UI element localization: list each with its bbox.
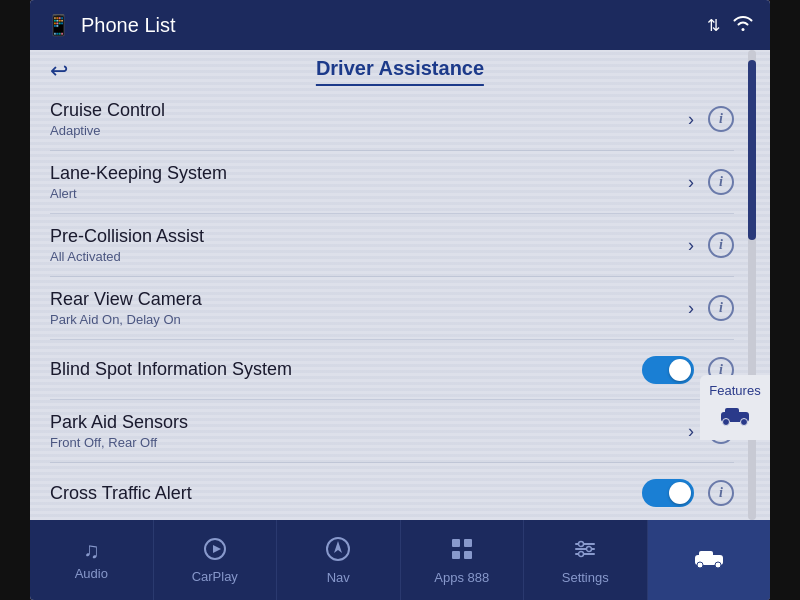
svg-point-17 — [579, 551, 584, 556]
settings-list[interactable]: Cruise ControlAdaptive›iLane-Keeping Sys… — [30, 88, 770, 520]
svg-point-15 — [579, 541, 584, 546]
setting-sublabel-lane-keeping: Alert — [50, 186, 688, 201]
features-nav-icon — [691, 547, 727, 573]
left-bezel — [0, 0, 30, 600]
apps-label: Apps 888 — [434, 570, 489, 585]
setting-sublabel-rear-view-camera: Park Aid On, Delay On — [50, 312, 688, 327]
setting-item-rear-view-camera[interactable]: Rear View CameraPark Aid On, Delay On›i — [50, 277, 734, 340]
nav-icon — [325, 536, 351, 566]
setting-item-cross-traffic[interactable]: Cross Traffic Alerti — [50, 463, 734, 520]
chevron-icon-pre-collision[interactable]: › — [688, 235, 694, 256]
scrollbar-track[interactable] — [748, 50, 756, 520]
features-tab[interactable]: Features — [700, 375, 770, 440]
settings-icon — [572, 536, 598, 566]
svg-point-21 — [715, 562, 721, 568]
audio-label: Audio — [75, 566, 108, 581]
info-button-lane-keeping[interactable]: i — [708, 169, 734, 195]
nav-label: Nav — [327, 570, 350, 585]
svg-rect-11 — [464, 551, 472, 559]
setting-sublabel-park-aid: Front Off, Rear Off — [50, 435, 688, 450]
svg-marker-5 — [213, 545, 221, 553]
svg-rect-8 — [452, 539, 460, 547]
chevron-icon-lane-keeping[interactable]: › — [688, 172, 694, 193]
right-bezel — [770, 0, 800, 600]
toggle-cross-traffic[interactable] — [642, 479, 694, 507]
audio-icon: ♫ — [83, 540, 100, 562]
info-button-cruise-control[interactable]: i — [708, 106, 734, 132]
svg-rect-19 — [699, 551, 713, 558]
info-button-pre-collision[interactable]: i — [708, 232, 734, 258]
setting-item-lane-keeping[interactable]: Lane-Keeping SystemAlert›i — [50, 151, 734, 214]
signal-icon: ⇅ — [707, 16, 720, 35]
nav-item-features[interactable] — [648, 520, 771, 600]
setting-label-cross-traffic: Cross Traffic Alert — [50, 483, 642, 504]
chevron-icon-rear-view-camera[interactable]: › — [688, 298, 694, 319]
toggle-knob-cross-traffic — [669, 482, 691, 504]
setting-label-rear-view-camera: Rear View Camera — [50, 289, 688, 310]
nav-item-settings[interactable]: Settings — [524, 520, 648, 600]
nav-item-nav[interactable]: Nav — [277, 520, 401, 600]
features-label: Features — [709, 383, 760, 398]
info-button-cross-traffic[interactable]: i — [708, 480, 734, 506]
section-title: Driver Assistance — [316, 57, 484, 86]
setting-item-park-aid[interactable]: Park Aid SensorsFront Off, Rear Off›i — [50, 400, 734, 463]
nav-item-carplay[interactable]: CarPlay — [154, 520, 278, 600]
nav-item-audio[interactable]: ♫ Audio — [30, 520, 154, 600]
svg-rect-1 — [725, 408, 739, 415]
settings-label: Settings — [562, 570, 609, 585]
top-bar-right: ⇅ — [707, 14, 754, 36]
nav-item-apps[interactable]: Apps 888 — [401, 520, 525, 600]
setting-item-pre-collision[interactable]: Pre-Collision AssistAll Activated›i — [50, 214, 734, 277]
svg-point-3 — [741, 419, 748, 426]
carplay-label: CarPlay — [192, 569, 238, 584]
chevron-icon-cruise-control[interactable]: › — [688, 109, 694, 130]
features-icon — [717, 404, 753, 432]
svg-rect-10 — [452, 551, 460, 559]
setting-label-lane-keeping: Lane-Keeping System — [50, 163, 688, 184]
svg-rect-9 — [464, 539, 472, 547]
top-bar-title: Phone List — [81, 14, 176, 37]
setting-item-cruise-control[interactable]: Cruise ControlAdaptive›i — [50, 88, 734, 151]
toggle-knob-blind-spot — [669, 359, 691, 381]
back-button[interactable]: ↩ — [50, 60, 68, 82]
setting-sublabel-cruise-control: Adaptive — [50, 123, 688, 138]
setting-label-cruise-control: Cruise Control — [50, 100, 688, 121]
top-bar-left: 📱 Phone List — [46, 13, 176, 37]
wifi-icon — [732, 14, 754, 36]
chevron-icon-park-aid[interactable]: › — [688, 421, 694, 442]
setting-label-blind-spot: Blind Spot Information System — [50, 359, 642, 380]
content-area: ↩ Driver Assistance Cruise ControlAdapti… — [30, 50, 770, 520]
screen: 📱 Phone List ⇅ ↩ Driver Assistance Cruis… — [30, 0, 770, 600]
sub-header: ↩ Driver Assistance — [30, 50, 770, 88]
top-bar: 📱 Phone List ⇅ — [30, 0, 770, 50]
svg-point-2 — [723, 419, 730, 426]
setting-label-pre-collision: Pre-Collision Assist — [50, 226, 688, 247]
setting-item-blind-spot[interactable]: Blind Spot Information Systemi — [50, 340, 734, 400]
carplay-icon — [203, 537, 227, 565]
svg-marker-7 — [334, 541, 342, 553]
bottom-nav: ♫ Audio CarPlay Nav — [30, 520, 770, 600]
apps-icon — [449, 536, 475, 566]
setting-sublabel-pre-collision: All Activated — [50, 249, 688, 264]
setting-label-park-aid: Park Aid Sensors — [50, 412, 688, 433]
phone-icon: 📱 — [46, 13, 71, 37]
info-button-rear-view-camera[interactable]: i — [708, 295, 734, 321]
toggle-blind-spot[interactable] — [642, 356, 694, 384]
svg-point-20 — [697, 562, 703, 568]
svg-point-16 — [587, 546, 592, 551]
scrollbar-thumb — [748, 60, 756, 240]
